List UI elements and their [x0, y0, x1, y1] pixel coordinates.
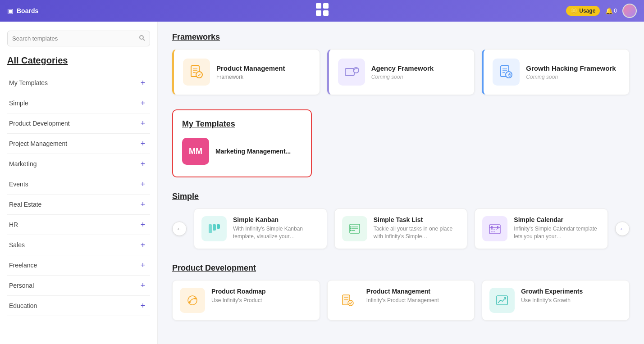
sidebar-item-label-marketing: Marketing — [9, 160, 37, 167]
prod-management-name: Product Management — [366, 288, 467, 295]
avatar[interactable] — [622, 4, 637, 18]
notification-button[interactable]: 🔔 0 — [605, 7, 617, 14]
sidebar-item-sales[interactable]: Sales + — [7, 235, 150, 255]
svg-rect-11 — [345, 68, 354, 76]
framework-card-agency[interactable]: Agency Framework Coming soon — [327, 49, 475, 95]
prod-card-roadmap[interactable]: Product Roadmap Use Infinity's Product — [172, 280, 320, 321]
simple-next-arrow[interactable]: ← — [615, 222, 630, 236]
svg-rect-1 — [323, 3, 329, 9]
sidebar-item-add-personal[interactable]: + — [137, 280, 148, 291]
growth-name: Growth Experiments — [521, 288, 622, 295]
task-list-icon — [342, 216, 367, 241]
sidebar-item-add-hr[interactable]: + — [137, 219, 148, 230]
framework-card-growth-hacking[interactable]: ⏱ Growth Hacking Framework Coming soon — [482, 49, 630, 95]
sidebar-item-my-templates[interactable]: My Templates + — [7, 73, 150, 93]
svg-rect-31 — [491, 226, 493, 229]
main-content: Frameworks Pr — [158, 22, 644, 344]
sidebar-item-personal[interactable]: Personal + — [7, 276, 150, 296]
sidebar-item-education[interactable]: Education + — [7, 296, 150, 316]
calendar-desc: Infinity's Simple Calendar template lets… — [514, 225, 600, 240]
search-input[interactable] — [12, 35, 139, 42]
sidebar-item-freelance[interactable]: Freelance + — [7, 255, 150, 276]
product-management-name: Product Management — [216, 64, 311, 72]
roadmap-info: Product Roadmap Use Infinity's Product — [211, 288, 312, 304]
sidebar-item-add-marketing[interactable]: + — [137, 158, 148, 169]
growth-hacking-coming-soon: Coming soon — [526, 74, 620, 80]
svg-rect-33 — [491, 229, 493, 230]
main-layout: All Categories My Templates + Simple + P… — [0, 22, 644, 344]
growth-hacking-icon: ⏱ — [493, 59, 520, 86]
sidebar-item-add-events[interactable]: + — [137, 179, 148, 190]
agency-name: Agency Framework — [371, 64, 466, 72]
simple-card-calendar[interactable]: Simple Calendar Infinity's Simple Calend… — [475, 208, 608, 249]
svg-point-26 — [350, 226, 351, 228]
svg-point-44 — [348, 300, 353, 306]
search-button[interactable] — [139, 35, 145, 42]
sidebar-item-simple[interactable]: Simple + — [7, 93, 150, 113]
sidebar-item-add-sales[interactable]: + — [137, 240, 148, 250]
search-box — [7, 31, 150, 46]
svg-line-5 — [143, 39, 145, 41]
template-name: Marketing Management... — [215, 148, 291, 155]
top-navigation: ▣ Boards 🪙 Usage 🔔 0 — [0, 0, 644, 22]
product-dev-cards-row: Product Roadmap Use Infinity's Product — [172, 280, 630, 321]
prod-card-growth[interactable]: Growth Experiments Use Infinity's Growth — [482, 280, 630, 321]
svg-point-39 — [189, 301, 191, 303]
sidebar-item-add-my-templates[interactable]: + — [137, 77, 148, 88]
growth-hacking-name: Growth Hacking Framework — [526, 64, 620, 72]
growth-icon — [489, 288, 515, 313]
sidebar-item-real-estate[interactable]: Real Estate + — [7, 195, 150, 215]
svg-point-40 — [194, 298, 196, 299]
framework-card-product-management[interactable]: Product Management Framework — [172, 49, 320, 95]
simple-card-kanban[interactable]: Simple Kanban With Infinity's Simple Kan… — [194, 208, 327, 249]
sidebar-item-label-simple: Simple — [9, 100, 28, 107]
svg-rect-2 — [316, 10, 321, 16]
sidebar-item-label-project-management: Project Management — [9, 140, 67, 147]
sidebar-item-add-education[interactable]: + — [137, 300, 148, 311]
sidebar-item-marketing[interactable]: Marketing + — [7, 154, 150, 174]
sidebar-item-hr[interactable]: HR + — [7, 215, 150, 235]
roadmap-desc: Use Infinity's Product — [211, 297, 312, 304]
sidebar-item-add-product-development[interactable]: + — [137, 118, 148, 129]
sidebar-item-events[interactable]: Events + — [7, 174, 150, 195]
svg-rect-35 — [496, 229, 497, 230]
boards-label: Boards — [17, 7, 38, 14]
usage-button[interactable]: 🪙 Usage — [566, 6, 600, 16]
center-logo — [315, 8, 329, 19]
agency-coming-soon: Coming soon — [371, 74, 466, 80]
kanban-desc: With Infinity's Simple Kanban template, … — [233, 225, 320, 240]
prod-management-desc: Infinity's Product Management — [366, 297, 467, 304]
product-development-section: Product Development Product Roadmap — [172, 263, 630, 321]
sidebar-items-list: My Templates + Simple + Product Developm… — [7, 73, 150, 316]
growth-desc: Use Infinity's Growth — [521, 297, 622, 304]
all-categories-title: All Categories — [7, 55, 150, 66]
svg-rect-0 — [316, 3, 321, 9]
svg-rect-3 — [323, 10, 329, 16]
task-list-name: Simple Task List — [374, 216, 460, 223]
sidebar: All Categories My Templates + Simple + P… — [0, 22, 158, 344]
sidebar-item-add-project-management[interactable]: + — [137, 138, 148, 149]
svg-point-38 — [188, 296, 197, 305]
sidebar-item-label-events: Events — [9, 181, 28, 188]
simple-cards-row: ← Simple Kanban With Infinity's Simple K… — [172, 208, 630, 249]
sidebar-item-label-hr: HR — [9, 221, 18, 228]
sidebar-item-product-development[interactable]: Product Development + — [7, 113, 150, 134]
nav-right: 🪙 Usage 🔔 0 — [566, 4, 637, 18]
avatar-image — [623, 5, 636, 17]
prod-card-management[interactable]: Product Management Infinity's Product Ma… — [327, 280, 475, 321]
simple-card-task-list[interactable]: Simple Task List Tackle all your tasks i… — [334, 208, 468, 249]
simple-prev-arrow[interactable]: ← — [172, 222, 187, 236]
sidebar-item-add-simple[interactable]: + — [137, 98, 148, 109]
sidebar-item-project-management[interactable]: Project Management + — [7, 134, 150, 154]
svg-point-4 — [140, 36, 143, 39]
svg-point-28 — [350, 230, 351, 231]
frameworks-title: Frameworks — [172, 32, 630, 42]
frameworks-section: Frameworks Pr — [172, 32, 630, 95]
template-card-mm[interactable]: MM Marketing Management... — [182, 135, 302, 167]
my-templates-section: My Templates MM Marketing Management... — [172, 109, 630, 177]
sidebar-item-add-real-estate[interactable]: + — [137, 199, 148, 210]
bell-icon: 🔔 — [605, 7, 613, 14]
kanban-name: Simple Kanban — [233, 216, 320, 223]
usage-label: Usage — [579, 8, 595, 14]
sidebar-item-add-freelance[interactable]: + — [137, 260, 148, 271]
